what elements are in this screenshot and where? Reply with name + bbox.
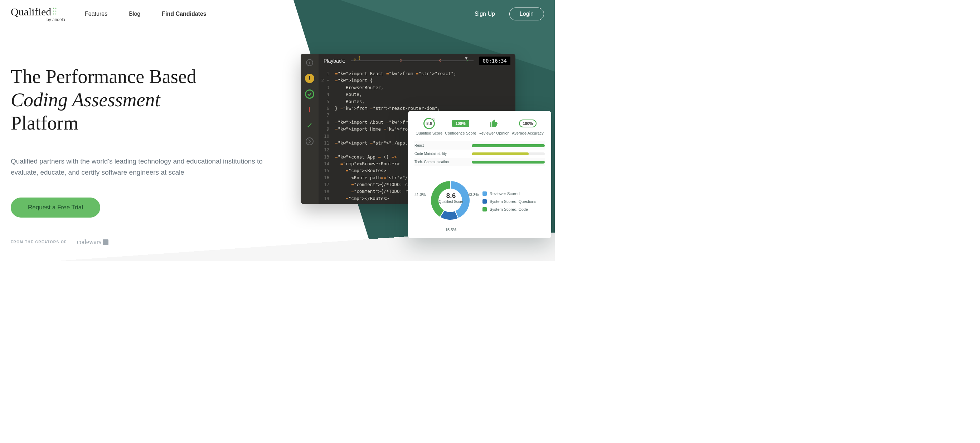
metric-reviewer-opinion: Reviewer Opinion — [479, 118, 510, 136]
legend-swatch — [482, 199, 487, 203]
skill-bar-row: Tech. Communication — [414, 158, 545, 166]
hero-line2: Coding Assessment — [11, 89, 160, 111]
nav-features[interactable]: Features — [85, 11, 107, 17]
svg-point-7 — [56, 14, 57, 15]
playback-timeline[interactable]: ⎋ ! ✓ ▼ — [351, 57, 474, 64]
skill-bars: ReactCode MaintainabilityTech. Communica… — [414, 141, 545, 166]
donut-chart: 8.6 Qualified Score 41.3% 43.3% 15.5% — [414, 171, 482, 232]
legend-row: System Scored: Code — [482, 207, 545, 211]
legend-swatch — [482, 207, 487, 211]
nav: Features Blog Find Candidates — [85, 11, 207, 17]
logo-text: Qualified — [11, 6, 51, 18]
editor-sidebar: i ! ! ✓ — [301, 54, 318, 204]
metrics-row: 8.6 Qualified Score 100% Confidence Scor… — [414, 118, 545, 136]
svg-text:i: i — [309, 60, 310, 65]
warning-icon: ! — [305, 74, 314, 83]
check-ring-icon — [305, 89, 314, 99]
svg-point-2 — [53, 8, 54, 9]
pct-left: 41.3% — [414, 192, 426, 197]
login-button[interactable]: Login — [509, 8, 544, 21]
thumbs-up-icon — [490, 118, 498, 129]
hero-headline: The Performance Based Coding Assessment … — [11, 65, 272, 135]
ring-icon: 100% — [519, 119, 536, 127]
error-icon: ! — [305, 105, 314, 114]
playback-bar: Playback: ⎋ ! ✓ ▼ 00:16:34 — [318, 54, 515, 68]
donut-legend: Reviewer ScoredSystem Scored: QuestionsS… — [482, 191, 545, 211]
legend-row: System Scored: Questions — [482, 199, 545, 203]
legend-row: Reviewer Scored — [482, 191, 545, 196]
nav-blog[interactable]: Blog — [129, 11, 140, 17]
line-gutters: 12 ▾3456789101112131415 ▾16171819 — [318, 68, 332, 204]
logo[interactable]: Qualified by andela — [11, 6, 65, 22]
donut-section: 8.6 Qualified Score 41.3% 43.3% 15.5% Re… — [414, 171, 545, 232]
metric-confidence-score: 100% Confidence Score — [445, 118, 476, 136]
svg-point-4 — [53, 11, 54, 12]
header-right: Sign Up Login — [475, 8, 544, 21]
playback-label: Playback: — [324, 58, 345, 64]
nav-find-candidates[interactable]: Find Candidates — [162, 11, 206, 17]
svg-point-6 — [53, 14, 54, 15]
hero: The Performance Based Coding Assessment … — [0, 22, 272, 246]
arrow-right-icon — [305, 137, 314, 146]
codewars-logo[interactable]: codewars — [77, 238, 108, 246]
request-trial-button[interactable]: Request a Free Trial — [11, 197, 100, 218]
header: Qualified by andela Features Blog Find C… — [0, 0, 555, 22]
codewars-icon — [103, 240, 108, 245]
pill-icon: 100% — [452, 120, 469, 127]
skill-bar-row: Code Maintainability — [414, 149, 545, 158]
ring-icon: 8.6 — [423, 118, 435, 129]
svg-point-10 — [306, 138, 313, 145]
svg-point-5 — [56, 11, 57, 12]
playback-timer: 00:16:34 — [479, 57, 511, 65]
codewars-text: codewars — [77, 238, 101, 246]
playhead-icon: ▼ — [464, 56, 469, 61]
logo-dots-icon — [52, 6, 57, 18]
metric-average-accuracy: 100% Average Accuracy — [512, 118, 543, 136]
legend-swatch — [482, 191, 487, 196]
svg-point-3 — [56, 8, 57, 9]
skill-bar-row: React — [414, 141, 545, 149]
info-icon: i — [305, 58, 314, 67]
check-icon: ✓ — [305, 121, 314, 130]
metric-qualified-score: 8.6 Qualified Score — [415, 118, 442, 136]
pct-right: 43.3% — [468, 192, 479, 197]
hero-line3: Platform — [11, 112, 78, 134]
creators-label: FROM THE CREATORS OF — [11, 240, 67, 244]
creators-row: FROM THE CREATORS OF codewars — [11, 238, 272, 246]
pct-bottom: 15.5% — [445, 227, 457, 232]
donut-center: 8.6 Qualified Score — [439, 192, 463, 203]
signup-link[interactable]: Sign Up — [475, 11, 495, 17]
hero-sub: Qualified partners with the world's lead… — [11, 156, 269, 178]
logo-subtext: by andela — [46, 17, 65, 22]
score-card: 8.6 Qualified Score 100% Confidence Scor… — [408, 111, 551, 238]
hero-line1: The Performance Based — [11, 66, 197, 87]
